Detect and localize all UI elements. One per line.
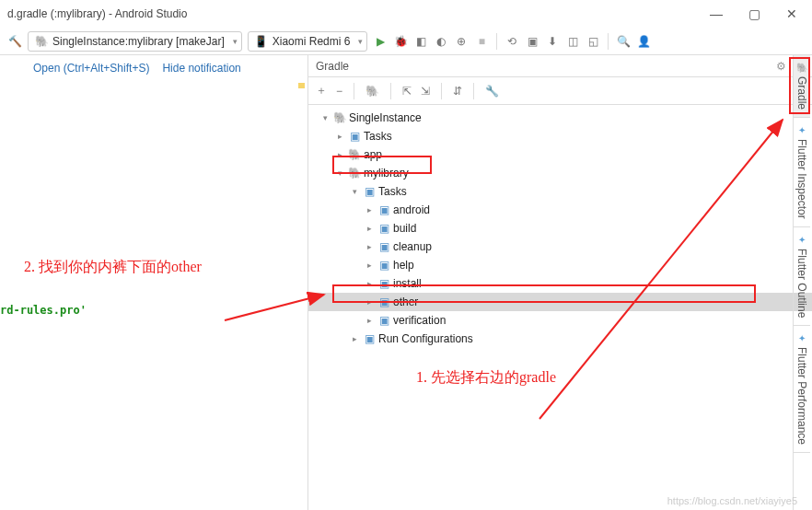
device-icon: 📱: [254, 34, 269, 49]
chevron-right-icon[interactable]: ▸: [334, 150, 345, 159]
avatar-icon[interactable]: 👤: [636, 34, 651, 49]
avd-icon[interactable]: ▣: [525, 34, 539, 49]
gradle-panel-title: Gradle: [316, 60, 349, 73]
wrench-icon[interactable]: 🔧: [485, 85, 499, 98]
tree-node[interactable]: ▾▣Tasks: [308, 182, 812, 201]
tree-node[interactable]: ▸▣Run Configurations: [308, 330, 812, 348]
left-column: Open (Ctrl+Alt+Shift+S) Hide notificatio…: [0, 55, 307, 510]
coverage-icon[interactable]: ◐: [434, 34, 448, 49]
chevron-right-icon[interactable]: ▸: [364, 242, 375, 251]
chevron-down-icon[interactable]: ▾: [319, 113, 331, 122]
expand-icon[interactable]: ⇱: [402, 85, 412, 98]
tab-flutter-outline[interactable]: ✦Flutter Outline: [794, 227, 810, 326]
chevron-right-icon[interactable]: ▸: [364, 205, 375, 214]
gradle-tree[interactable]: ▾ 🐘 SingleInstance ▸▣Tasks▸🐘app▾🐘mylibra…: [308, 105, 812, 352]
build-icon[interactable]: 🔨: [7, 34, 22, 49]
folder-icon: ▣: [362, 185, 377, 198]
stop-icon[interactable]: ■: [474, 34, 489, 49]
toggle-icon[interactable]: ⇵: [453, 85, 462, 98]
separator: [608, 33, 609, 50]
device-label: Xiaomi Redmi 6: [273, 35, 351, 48]
gradle-panel: Gradle ⚙ — ＋ − 🐘 ⇱ ⇲ ⇵ 🔧 ▾ 🐘 SingleInsta…: [307, 55, 812, 510]
tree-node[interactable]: ▸🐘app: [308, 145, 812, 164]
gradle-toolbar: ＋ − 🐘 ⇱ ⇲ ⇵ 🔧: [308, 77, 812, 105]
add-icon[interactable]: ＋: [316, 83, 327, 99]
folder-icon: ▣: [377, 222, 391, 235]
folder-icon: ▣: [362, 332, 377, 345]
folder-icon: ▣: [377, 203, 391, 216]
flutter-icon: ✦: [798, 333, 806, 343]
chevron-right-icon[interactable]: ▸: [364, 279, 375, 288]
tree-node[interactable]: ▸▣Tasks: [308, 127, 812, 145]
editor-text-fragment: rd-rules.pro': [0, 304, 87, 317]
tree-node[interactable]: ▸▣cleanup: [308, 238, 812, 256]
close-icon[interactable]: ✕: [786, 6, 797, 21]
tree-node[interactable]: ▸▣help: [308, 256, 812, 274]
tree-node[interactable]: ▸▣other: [308, 293, 812, 311]
remove-icon[interactable]: −: [336, 85, 342, 98]
annotation-step2: 2. 找到你的内裤下面的other: [24, 258, 202, 277]
open-project-link[interactable]: Open (Ctrl+Alt+Shift+S): [33, 62, 149, 75]
watermark: https://blog.csdn.net/xiayiye5: [667, 495, 797, 506]
tree-node[interactable]: ▸▣build: [308, 219, 812, 238]
window-title: d.gradle (:mylibrary) - Android Studio: [7, 7, 710, 20]
window-controls: — ▢ ✕: [710, 6, 797, 21]
chevron-right-icon[interactable]: ▸: [334, 132, 345, 141]
folder-icon: ▣: [377, 296, 391, 308]
tree-node[interactable]: ▸▣android: [308, 201, 812, 219]
collapse-icon[interactable]: ⇲: [421, 85, 430, 98]
tree-node[interactable]: ▸▣verification: [308, 311, 812, 330]
profile-icon[interactable]: ◧: [413, 34, 428, 49]
refresh-elephant-icon[interactable]: 🐘: [365, 85, 379, 98]
sync-icon[interactable]: ⟲: [505, 34, 519, 49]
resource-icon[interactable]: ◫: [565, 34, 580, 49]
tree-node[interactable]: ▾🐘mylibrary: [308, 164, 812, 182]
tree-root-label: SingleInstance: [349, 111, 422, 124]
run-config-selector[interactable]: 🐘 SingleInstance:mylibrary [makeJar]: [28, 31, 242, 52]
attach-icon[interactable]: ⊕: [454, 34, 469, 49]
separator: [496, 33, 497, 50]
chevron-right-icon[interactable]: ▸: [364, 316, 375, 325]
maximize-icon[interactable]: ▢: [748, 6, 760, 21]
tree-node-label: help: [393, 259, 414, 272]
search-icon[interactable]: 🔍: [616, 34, 631, 49]
folder-icon: ▣: [347, 130, 362, 143]
title-bar: d.gradle (:mylibrary) - Android Studio —…: [0, 0, 812, 28]
chevron-down-icon[interactable]: ▾: [349, 187, 360, 196]
tree-node-label: verification: [393, 314, 446, 327]
folder-icon: ▣: [377, 277, 391, 290]
tab-flutter-performance[interactable]: ✦Flutter Performance: [794, 326, 810, 453]
tree-node-label: Tasks: [378, 185, 407, 198]
tree-node[interactable]: ▸▣install: [308, 274, 812, 293]
notification-bar: Open (Ctrl+Alt+Shift+S) Hide notificatio…: [0, 55, 307, 81]
chevron-right-icon[interactable]: ▸: [364, 297, 375, 307]
layout-icon[interactable]: ◱: [586, 34, 600, 49]
tree-node-label: install: [393, 277, 422, 290]
device-selector[interactable]: 📱 Xiaomi Redmi 6: [248, 31, 368, 52]
chevron-right-icon[interactable]: ▸: [364, 224, 375, 233]
hide-notification-link[interactable]: Hide notification: [162, 62, 240, 75]
flutter-icon: ✦: [798, 235, 806, 245]
chevron-right-icon[interactable]: ▸: [364, 261, 375, 270]
main-toolbar: 🔨 🐘 SingleInstance:mylibrary [makeJar] 📱…: [0, 28, 812, 55]
chevron-down-icon[interactable]: ▾: [334, 168, 345, 178]
tab-gradle[interactable]: 🐘Gradle: [794, 55, 810, 118]
editor-gutter-marker: [298, 83, 305, 88]
tree-node-label: cleanup: [393, 240, 432, 253]
tree-root[interactable]: ▾ 🐘 SingleInstance: [308, 109, 812, 127]
folder-icon: ▣: [377, 314, 391, 327]
debug-icon[interactable]: 🐞: [393, 34, 408, 49]
tree-node-label: mylibrary: [364, 167, 409, 180]
gradle-elephant-icon: 🐘: [332, 111, 347, 124]
annotation-step1: 1. 先选择右边的gradle: [416, 368, 556, 388]
gear-icon[interactable]: ⚙: [776, 60, 786, 73]
sdk-icon[interactable]: ⬇: [545, 34, 560, 49]
run-icon[interactable]: ▶: [373, 34, 388, 49]
gradle-elephant-icon: 🐘: [347, 167, 362, 180]
minimize-icon[interactable]: —: [710, 6, 723, 21]
tree-node-label: Tasks: [364, 130, 392, 143]
tab-flutter-inspector[interactable]: ✦Flutter Inspector: [794, 118, 810, 227]
tree-node-label: android: [393, 203, 430, 216]
gradle-elephant-icon: 🐘: [34, 34, 49, 49]
chevron-right-icon[interactable]: ▸: [349, 334, 360, 343]
